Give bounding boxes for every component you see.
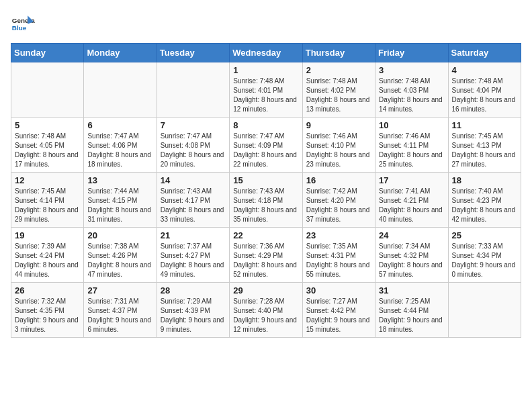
- calendar-cell: 15Sunrise: 7:43 AM Sunset: 4:18 PM Dayli…: [230, 173, 302, 228]
- calendar-table: SundayMondayTuesdayWednesdayThursdayFrid…: [11, 43, 521, 338]
- day-info: Sunrise: 7:43 AM Sunset: 4:17 PM Dayligh…: [161, 187, 226, 224]
- day-number: 18: [452, 175, 517, 185]
- day-number: 26: [15, 285, 80, 295]
- day-info: Sunrise: 7:47 AM Sunset: 4:06 PM Dayligh…: [87, 132, 152, 169]
- day-info: Sunrise: 7:47 AM Sunset: 4:09 PM Dayligh…: [233, 132, 298, 169]
- calendar-week-row: 26Sunrise: 7:32 AM Sunset: 4:35 PM Dayli…: [11, 283, 521, 338]
- calendar-cell: 28Sunrise: 7:29 AM Sunset: 4:39 PM Dayli…: [157, 283, 229, 338]
- calendar-cell: [157, 62, 229, 118]
- calendar-cell: 17Sunrise: 7:41 AM Sunset: 4:21 PM Dayli…: [375, 173, 448, 228]
- day-number: 5: [15, 120, 80, 130]
- day-info: Sunrise: 7:39 AM Sunset: 4:24 PM Dayligh…: [15, 242, 80, 279]
- day-number: 7: [161, 120, 226, 130]
- logo-icon: General Blue: [11, 11, 35, 35]
- day-info: Sunrise: 7:48 AM Sunset: 4:03 PM Dayligh…: [379, 77, 444, 114]
- day-info: Sunrise: 7:48 AM Sunset: 4:05 PM Dayligh…: [15, 132, 80, 169]
- day-info: Sunrise: 7:27 AM Sunset: 4:42 PM Dayligh…: [306, 297, 371, 334]
- day-info: Sunrise: 7:34 AM Sunset: 4:32 PM Dayligh…: [379, 242, 444, 279]
- calendar-cell: 8Sunrise: 7:47 AM Sunset: 4:09 PM Daylig…: [230, 118, 302, 173]
- calendar-cell: 29Sunrise: 7:28 AM Sunset: 4:40 PM Dayli…: [230, 283, 302, 338]
- day-number: 23: [306, 230, 371, 240]
- calendar-cell: 7Sunrise: 7:47 AM Sunset: 4:08 PM Daylig…: [157, 118, 229, 173]
- day-info: Sunrise: 7:46 AM Sunset: 4:10 PM Dayligh…: [306, 132, 371, 169]
- calendar-cell: 2Sunrise: 7:48 AM Sunset: 4:02 PM Daylig…: [302, 62, 375, 118]
- day-number: 9: [306, 120, 371, 130]
- day-info: Sunrise: 7:41 AM Sunset: 4:21 PM Dayligh…: [379, 187, 444, 224]
- calendar-cell: 18Sunrise: 7:40 AM Sunset: 4:23 PM Dayli…: [448, 173, 521, 228]
- day-info: Sunrise: 7:29 AM Sunset: 4:39 PM Dayligh…: [161, 297, 226, 334]
- day-number: 20: [87, 230, 152, 240]
- calendar-cell: 26Sunrise: 7:32 AM Sunset: 4:35 PM Dayli…: [11, 283, 84, 338]
- day-number: 31: [379, 285, 444, 295]
- calendar-cell: 31Sunrise: 7:25 AM Sunset: 4:44 PM Dayli…: [375, 283, 448, 338]
- day-info: Sunrise: 7:33 AM Sunset: 4:34 PM Dayligh…: [452, 242, 517, 279]
- calendar-cell: 4Sunrise: 7:48 AM Sunset: 4:04 PM Daylig…: [448, 62, 521, 118]
- day-info: Sunrise: 7:40 AM Sunset: 4:23 PM Dayligh…: [452, 187, 517, 224]
- calendar-cell: 19Sunrise: 7:39 AM Sunset: 4:24 PM Dayli…: [11, 228, 84, 283]
- weekday-header: Sunday: [11, 44, 84, 62]
- day-info: Sunrise: 7:35 AM Sunset: 4:31 PM Dayligh…: [306, 242, 371, 279]
- weekday-header: Saturday: [448, 44, 521, 62]
- day-number: 24: [379, 230, 444, 240]
- weekday-header: Wednesday: [230, 44, 302, 62]
- day-number: 13: [87, 175, 152, 185]
- day-info: Sunrise: 7:28 AM Sunset: 4:40 PM Dayligh…: [233, 297, 298, 334]
- day-number: 27: [87, 285, 152, 295]
- weekday-header-row: SundayMondayTuesdayWednesdayThursdayFrid…: [11, 44, 521, 62]
- calendar-cell: 13Sunrise: 7:44 AM Sunset: 4:15 PM Dayli…: [84, 173, 157, 228]
- calendar-cell: 23Sunrise: 7:35 AM Sunset: 4:31 PM Dayli…: [302, 228, 375, 283]
- day-number: 3: [379, 65, 444, 75]
- day-number: 2: [306, 65, 371, 75]
- day-info: Sunrise: 7:44 AM Sunset: 4:15 PM Dayligh…: [87, 187, 152, 224]
- calendar-cell: 1Sunrise: 7:48 AM Sunset: 4:01 PM Daylig…: [230, 62, 302, 118]
- calendar-cell: 24Sunrise: 7:34 AM Sunset: 4:32 PM Dayli…: [375, 228, 448, 283]
- calendar-cell: [11, 62, 84, 118]
- calendar-week-row: 5Sunrise: 7:48 AM Sunset: 4:05 PM Daylig…: [11, 118, 521, 173]
- calendar-cell: 25Sunrise: 7:33 AM Sunset: 4:34 PM Dayli…: [448, 228, 521, 283]
- day-info: Sunrise: 7:37 AM Sunset: 4:27 PM Dayligh…: [161, 242, 226, 279]
- day-info: Sunrise: 7:38 AM Sunset: 4:26 PM Dayligh…: [87, 242, 152, 279]
- day-info: Sunrise: 7:48 AM Sunset: 4:04 PM Dayligh…: [452, 77, 517, 114]
- day-number: 6: [87, 120, 152, 130]
- calendar-cell: 12Sunrise: 7:45 AM Sunset: 4:14 PM Dayli…: [11, 173, 84, 228]
- day-info: Sunrise: 7:45 AM Sunset: 4:14 PM Dayligh…: [15, 187, 80, 224]
- calendar-week-row: 19Sunrise: 7:39 AM Sunset: 4:24 PM Dayli…: [11, 228, 521, 283]
- day-number: 12: [15, 175, 80, 185]
- weekday-header: Monday: [84, 44, 157, 62]
- day-info: Sunrise: 7:31 AM Sunset: 4:37 PM Dayligh…: [87, 297, 152, 334]
- calendar-cell: 6Sunrise: 7:47 AM Sunset: 4:06 PM Daylig…: [84, 118, 157, 173]
- calendar-week-row: 1Sunrise: 7:48 AM Sunset: 4:01 PM Daylig…: [11, 62, 521, 118]
- day-number: 4: [452, 65, 517, 75]
- weekday-header: Friday: [375, 44, 448, 62]
- day-number: 1: [233, 65, 298, 75]
- svg-text:Blue: Blue: [12, 24, 27, 32]
- calendar-cell: [84, 62, 157, 118]
- calendar-cell: 3Sunrise: 7:48 AM Sunset: 4:03 PM Daylig…: [375, 62, 448, 118]
- day-number: 16: [306, 175, 371, 185]
- day-info: Sunrise: 7:47 AM Sunset: 4:08 PM Dayligh…: [161, 132, 226, 169]
- day-info: Sunrise: 7:25 AM Sunset: 4:44 PM Dayligh…: [379, 297, 444, 334]
- day-number: 15: [233, 175, 298, 185]
- day-number: 19: [15, 230, 80, 240]
- day-number: 25: [452, 230, 517, 240]
- calendar-cell: 27Sunrise: 7:31 AM Sunset: 4:37 PM Dayli…: [84, 283, 157, 338]
- day-number: 29: [233, 285, 298, 295]
- page-header: General Blue: [11, 11, 521, 35]
- day-number: 11: [452, 120, 517, 130]
- calendar-cell: 5Sunrise: 7:48 AM Sunset: 4:05 PM Daylig…: [11, 118, 84, 173]
- day-info: Sunrise: 7:45 AM Sunset: 4:13 PM Dayligh…: [452, 132, 517, 169]
- weekday-header: Thursday: [302, 44, 375, 62]
- calendar-cell: 9Sunrise: 7:46 AM Sunset: 4:10 PM Daylig…: [302, 118, 375, 173]
- day-number: 8: [233, 120, 298, 130]
- calendar-cell: 14Sunrise: 7:43 AM Sunset: 4:17 PM Dayli…: [157, 173, 229, 228]
- calendar-cell: 20Sunrise: 7:38 AM Sunset: 4:26 PM Dayli…: [84, 228, 157, 283]
- calendar-cell: 10Sunrise: 7:46 AM Sunset: 4:11 PM Dayli…: [375, 118, 448, 173]
- day-number: 17: [379, 175, 444, 185]
- day-info: Sunrise: 7:32 AM Sunset: 4:35 PM Dayligh…: [15, 297, 80, 334]
- logo: General Blue: [11, 11, 38, 35]
- day-info: Sunrise: 7:43 AM Sunset: 4:18 PM Dayligh…: [233, 187, 298, 224]
- calendar-cell: [448, 283, 521, 338]
- day-info: Sunrise: 7:48 AM Sunset: 4:01 PM Dayligh…: [233, 77, 298, 114]
- calendar-cell: 21Sunrise: 7:37 AM Sunset: 4:27 PM Dayli…: [157, 228, 229, 283]
- day-number: 28: [161, 285, 226, 295]
